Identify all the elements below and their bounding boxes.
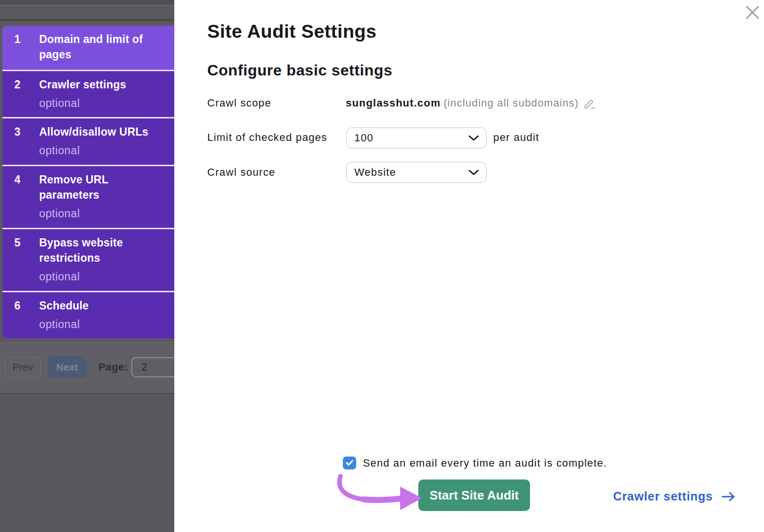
step-title: Allow/disallow URLs optional — [39, 124, 166, 165]
email-option-row: Send an email every time an audit is com… — [343, 457, 607, 469]
crawler-settings-link-label: Crawler settings — [613, 489, 713, 503]
step-title: Schedule optional — [39, 298, 166, 339]
per-audit-label: per audit — [493, 131, 539, 144]
step-remove-url-parameters[interactable]: 4 Remove URL parameters optional — [2, 166, 174, 228]
crawl-source-label: Crawl source — [207, 166, 276, 179]
settings-step-list: 1 Domain and limit of pages 2 Crawler se… — [2, 26, 174, 339]
page-input[interactable]: 2 — [131, 357, 179, 377]
step-number: 2 — [14, 77, 39, 117]
crawler-settings-link[interactable]: Crawler settings — [613, 489, 736, 503]
next-button[interactable]: Next — [48, 356, 86, 378]
prev-button[interactable]: Prev — [5, 357, 41, 378]
page-label: Page: — [98, 361, 128, 373]
step-number: 3 — [14, 124, 39, 165]
edit-pencil-icon[interactable] — [584, 97, 595, 109]
step-schedule[interactable]: 6 Schedule optional — [2, 292, 174, 339]
chevron-down-icon — [468, 135, 479, 141]
step-number: 6 — [14, 298, 39, 339]
step-number: 1 — [14, 32, 39, 70]
crawl-scope-label: Crawl scope — [207, 97, 271, 109]
site-audit-settings-modal: Site Audit Settings Configure basic sett… — [174, 0, 764, 532]
limit-select-value: 100 — [354, 132, 373, 144]
step-optional-label: optional — [39, 206, 166, 221]
step-optional-label: optional — [39, 96, 166, 111]
section-heading: Configure basic settings — [207, 62, 393, 79]
step-optional-label: optional — [39, 269, 166, 284]
dimmed-page-lower — [0, 393, 174, 532]
annotation-arrow — [332, 473, 432, 521]
crawl-scope-value: sunglasshut.com (including all subdomain… — [346, 97, 595, 109]
dimmed-top-line — [0, 5, 174, 6]
email-checkbox-label: Send an email every time an audit is com… — [363, 457, 607, 469]
arrow-right-icon — [722, 491, 736, 502]
step-allow-disallow-urls[interactable]: 3 Allow/disallow URLs optional — [2, 118, 174, 165]
check-icon — [346, 460, 353, 466]
step-bypass-website-restrictions[interactable]: 5 Bypass website restrictions optional — [2, 229, 174, 291]
email-checkbox[interactable] — [343, 457, 356, 469]
step-optional-label: optional — [39, 317, 166, 332]
crawl-scope-domain: sunglasshut.com — [346, 97, 441, 109]
pagination-bar: Prev Next Page: 2 — [0, 342, 174, 393]
dimmed-top-strip — [0, 0, 174, 5]
step-title: Crawler settings optional — [39, 77, 166, 117]
chevron-down-icon — [468, 170, 479, 175]
step-title: Bypass website restrictions optional — [39, 235, 166, 291]
step-title: Remove URL parameters optional — [39, 172, 166, 228]
step-number: 5 — [14, 235, 39, 291]
close-icon[interactable] — [745, 5, 760, 20]
step-crawler-settings[interactable]: 2 Crawler settings optional — [2, 71, 174, 117]
step-number: 4 — [14, 172, 39, 228]
crawl-source-select[interactable]: Website — [346, 162, 487, 183]
limit-select[interactable]: 100 — [346, 128, 487, 149]
step-title: Domain and limit of pages — [39, 32, 166, 70]
modal-title: Site Audit Settings — [207, 21, 377, 42]
limit-of-checked-pages-label: Limit of checked pages — [207, 131, 327, 144]
start-site-audit-button[interactable]: Start Site Audit — [418, 479, 530, 511]
crawl-source-value: Website — [354, 166, 396, 179]
crawl-scope-note: (including all subdomains) — [444, 97, 579, 109]
dimmed-header-divider — [0, 19, 174, 21]
step-domain-and-limit[interactable]: 1 Domain and limit of pages — [2, 26, 174, 70]
step-optional-label: optional — [39, 143, 166, 158]
